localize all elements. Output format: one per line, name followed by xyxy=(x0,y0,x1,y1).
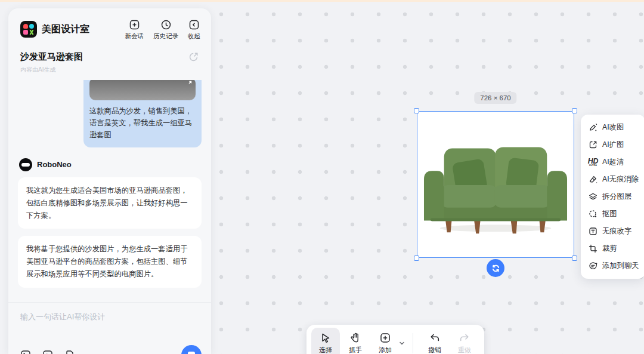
roboneo-avatar-icon xyxy=(19,158,32,171)
redo-button[interactable]: 重做 xyxy=(450,328,479,354)
menu-item-cutout[interactable]: 抠图 xyxy=(581,205,644,223)
history-button[interactable]: 历史记录 xyxy=(153,19,178,41)
undo-button[interactable]: 撤销 xyxy=(420,328,449,354)
refresh-icon xyxy=(491,264,500,273)
menu-item-split-layers[interactable]: 拆分图层 xyxy=(581,188,644,205)
add-to-chat-icon xyxy=(589,261,597,270)
assistant-header: RoboNeo xyxy=(19,158,202,171)
canvas-workspace[interactable]: 美图设计室 新会话 历史记录 xyxy=(0,0,644,354)
project-title: 沙发亚马逊套图 xyxy=(20,51,83,63)
new-session-icon xyxy=(129,19,140,30)
regenerate-button[interactable] xyxy=(487,259,504,277)
user-message-bubble: 这款商品为沙发，销售到美国，语言是英文，帮我生成一组亚马逊套图 xyxy=(83,80,202,147)
collapse-panel-button[interactable]: 收起 xyxy=(188,19,200,41)
magic-pen-icon xyxy=(589,123,597,132)
undo-icon xyxy=(429,332,441,344)
sofa-product-image xyxy=(417,112,574,257)
eraser-icon xyxy=(589,175,597,184)
assistant-message-bubble: 我这就为您生成适合美国市场的亚马逊商品套图，包括白底精修图和多场景展示图，让我好… xyxy=(18,177,202,229)
menu-item-add-to-chat[interactable]: 添加到聊天 xyxy=(581,257,644,275)
user-message-text: 这款商品为沙发，销售到美国，语言是英文，帮我生成一组亚马逊套图 xyxy=(89,106,196,141)
history-icon xyxy=(160,19,172,30)
chat-input-toolbar xyxy=(8,345,211,354)
menu-item-ai-hd[interactable]: HDULTRA AI超清 xyxy=(581,153,644,171)
ai-generated-note: 内容由AI生成 xyxy=(20,66,83,74)
app-title: 美图设计室 xyxy=(42,23,89,36)
share-icon xyxy=(188,51,199,62)
cursor-icon xyxy=(320,332,332,344)
add-icon xyxy=(379,332,391,344)
select-tool-button[interactable]: 选择 xyxy=(311,328,340,354)
hd-ultra-icon: HDULTRA xyxy=(589,158,597,167)
add-tool-button[interactable]: 添加 xyxy=(371,328,400,354)
menu-item-ai-remove[interactable]: AI无痕消除 xyxy=(581,171,644,188)
attach-video-icon[interactable] xyxy=(42,350,53,354)
stop-icon xyxy=(188,352,195,354)
app-logo-icon xyxy=(20,21,37,38)
chat-input-area xyxy=(8,302,211,345)
selection-size-label: 726 × 670 xyxy=(474,92,516,104)
menu-item-ai-edit[interactable]: AI改图 xyxy=(581,119,644,136)
top-accent-strip xyxy=(0,0,644,2)
menu-item-ai-expand[interactable]: AI扩图 xyxy=(581,136,644,153)
toolbar-divider xyxy=(413,333,413,353)
chat-message-list[interactable]: 这款商品为沙发，销售到美国，语言是英文，帮我生成一组亚马逊套图 RoboNeo … xyxy=(8,80,211,294)
resize-handle-bottom-left[interactable] xyxy=(414,256,419,261)
resize-handle-bottom-right[interactable] xyxy=(572,256,577,261)
chat-panel: 美图设计室 新会话 历史记录 xyxy=(8,8,211,354)
canvas-toolbar: 选择 抓手 添加 撤销 xyxy=(306,325,484,354)
assistant-message-bubble: 我将基于您提供的沙发图片，为您生成一套适用于美国亚马逊平台的商品套图方案，包括主… xyxy=(18,236,202,288)
attach-file-icon[interactable] xyxy=(64,350,75,354)
text-edit-icon xyxy=(589,227,597,236)
assistant-name: RoboNeo xyxy=(37,160,72,169)
attach-image-icon[interactable] xyxy=(20,350,31,354)
expand-thumbnail-icon xyxy=(185,81,192,87)
project-header: 沙发亚马逊套图 内容由AI生成 xyxy=(8,45,211,80)
menu-item-text-edit[interactable]: 无痕改字 xyxy=(581,223,644,240)
layers-icon xyxy=(589,192,597,201)
resize-handle-top-left[interactable] xyxy=(414,108,419,113)
app-brand: 美图设计室 xyxy=(20,21,89,38)
chat-input[interactable] xyxy=(20,312,199,343)
chevron-down-icon[interactable] xyxy=(398,340,405,347)
expand-image-icon xyxy=(589,140,597,149)
hand-icon xyxy=(349,332,361,344)
selected-image[interactable] xyxy=(417,111,574,258)
hand-tool-button[interactable]: 抓手 xyxy=(341,328,370,354)
cutout-icon xyxy=(589,210,597,218)
menu-item-crop[interactable]: 裁剪 xyxy=(581,240,644,257)
stop-generating-button[interactable] xyxy=(181,345,202,354)
resize-handle-top-right[interactable] xyxy=(572,108,577,113)
redo-icon xyxy=(459,332,470,344)
image-context-menu: AI改图 AI扩图 HDULTRA AI超清 AI无痕消除 拆分图层 xyxy=(581,115,644,279)
panel-header: 美图设计室 新会话 历史记录 xyxy=(8,8,211,45)
new-session-button[interactable]: 新会话 xyxy=(125,19,144,41)
attached-image-thumbnail[interactable] xyxy=(89,80,196,100)
header-actions: 新会话 历史记录 收起 xyxy=(125,19,201,41)
collapse-icon xyxy=(188,19,200,30)
share-button[interactable] xyxy=(188,51,199,64)
crop-icon xyxy=(589,244,597,253)
